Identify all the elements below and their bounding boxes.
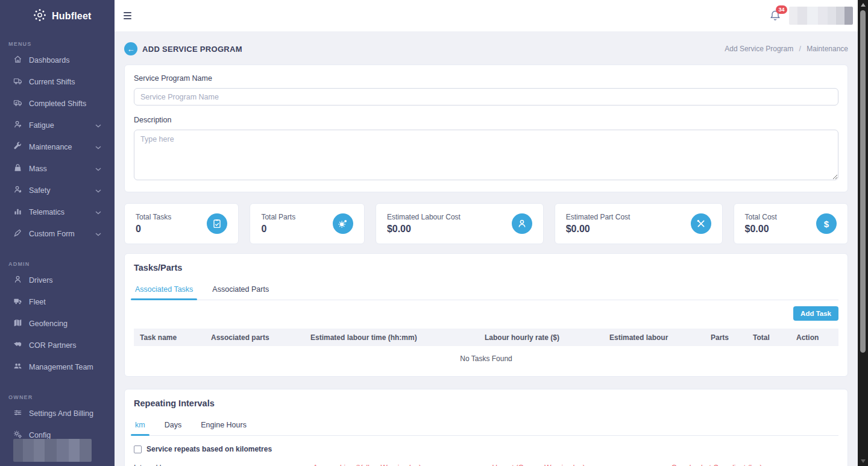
sidebar-item-management-team[interactable]: Management Team: [0, 356, 115, 378]
column-action: Action: [796, 333, 838, 342]
sidebar-item-mass[interactable]: Mass: [0, 158, 115, 180]
form-icon: [13, 228, 22, 239]
stat-value: $0.00: [745, 224, 777, 235]
stat-label: Total Parts: [261, 213, 295, 221]
sidebar-item-label: Fleet: [29, 298, 46, 306]
sidebar-item-label: Drivers: [29, 276, 53, 285]
repeating-intervals-card: Repeating Intervals km Days Engine Hours…: [124, 389, 848, 466]
map-icon: [13, 318, 22, 329]
column-associated-parts: Associated parts: [211, 333, 310, 342]
repeating-intervals-title: Repeating Intervals: [134, 398, 838, 408]
vertical-scrollbar[interactable]: [858, 0, 868, 466]
empty-state-text: No Tasks Found: [134, 346, 838, 363]
sidebar-item-label: Settings And Billing: [29, 409, 93, 418]
service-repeats-label: Service repeats based on kilometres: [146, 445, 272, 453]
stat-label: Estimated Part Cost: [566, 213, 631, 221]
person-icon: [13, 120, 22, 131]
tab-engine-hours[interactable]: Engine Hours: [200, 416, 248, 435]
service-program-name-input[interactable]: [134, 88, 838, 105]
stat-value: $0.00: [387, 224, 461, 235]
chevron-down-icon: [95, 186, 101, 195]
chevron-down-icon: [95, 165, 101, 173]
sidebar-item-label: Fatigue: [29, 121, 54, 130]
tab-days[interactable]: Days: [163, 416, 183, 435]
tasks-parts-tabs: Associated Tasks Associated Parts: [134, 280, 838, 300]
truck-icon: [13, 297, 22, 307]
sidebar-item-maintenance[interactable]: Maintenance: [0, 136, 115, 158]
sidebar-item-label: Config: [29, 431, 51, 439]
notification-badge: 34: [776, 5, 787, 14]
person-icon: [512, 213, 532, 234]
sidebar-item-custom-form[interactable]: Custom Form: [0, 223, 115, 245]
description-textarea[interactable]: [134, 130, 838, 180]
sidebar-item-cor-partners[interactable]: COR Partners: [0, 335, 115, 356]
chevron-down-icon: [95, 230, 101, 238]
app-title: Hubfleet: [52, 11, 92, 22]
sidebar-item-dashboards[interactable]: Dashboards: [0, 49, 115, 71]
sidebar-item-fleet[interactable]: Fleet: [0, 291, 115, 313]
add-task-button[interactable]: Add Task: [793, 306, 838, 321]
tasks-parts-title: Tasks/Parts: [134, 263, 838, 272]
page-title: ADD SERVICE PROGRAM: [142, 45, 242, 54]
sidebar-item-label: Dashboards: [29, 56, 69, 65]
stat-card-estimated-labour-cost: Estimated Labour Cost $0.00: [376, 203, 544, 244]
notifications-button[interactable]: 34: [769, 10, 781, 22]
stat-card-estimated-part-cost: Estimated Part Cost $0.00: [555, 203, 723, 244]
scroll-up-arrow-icon[interactable]: [861, 3, 866, 7]
stat-value: 0: [136, 224, 171, 235]
tab-associated-parts[interactable]: Associated Parts: [211, 280, 270, 300]
interval-tabs: km Days Engine Hours: [134, 416, 838, 436]
service-program-name-label: Service Program Name: [134, 74, 838, 83]
sidebar-item-current-shifts[interactable]: Current Shifts: [0, 71, 115, 93]
sidebar-item-telematics[interactable]: Telematics: [0, 201, 115, 223]
description-label: Description: [134, 116, 838, 124]
back-button[interactable]: ←: [124, 42, 137, 55]
back-arrow-icon: ←: [127, 45, 135, 54]
column-total: Total: [753, 333, 796, 342]
breadcrumb-separator: /: [799, 45, 801, 53]
interval-km-label: Interval km: [134, 464, 301, 466]
truck-check-icon: [13, 98, 22, 109]
scrollbar-thumb[interactable]: [860, 10, 866, 353]
stats-row: Total Tasks 0 Total Parts 0 Estimated La…: [124, 203, 848, 244]
user-profile-redacted[interactable]: [789, 7, 853, 25]
sidebar-item-fatigue[interactable]: Fatigue: [0, 115, 115, 136]
tab-associated-tasks[interactable]: Associated Tasks: [134, 280, 194, 300]
sidebar-section-menus: MENUS: [0, 41, 115, 47]
column-task-name: Task name: [140, 333, 211, 342]
truck-icon: [13, 77, 22, 87]
hamburger-menu-icon[interactable]: [121, 10, 134, 22]
top-header: 34: [115, 0, 858, 31]
sidebar-item-safety[interactable]: Safety: [0, 180, 115, 201]
tab-km[interactable]: km: [134, 416, 146, 435]
user-icon: [13, 275, 22, 286]
app-logo[interactable]: Hubfleet: [0, 0, 115, 25]
page-head: ← ADD SERVICE PROGRAM Add Service Progra…: [124, 41, 848, 57]
sidebar-item-geofencing[interactable]: Geofencing: [0, 313, 115, 335]
service-repeats-checkbox[interactable]: [134, 446, 142, 453]
tools-icon: [691, 213, 711, 234]
approaching-warning-label: Approaching (Yellow Warning km): [313, 464, 480, 466]
breadcrumb-add-service-program[interactable]: Add Service Program: [725, 45, 793, 53]
sidebar-section-admin: ADMIN: [0, 261, 115, 267]
wrench-icon: [13, 142, 22, 153]
sidebar-item-label: Custom Form: [29, 230, 75, 238]
sidebar-item-label: Geofencing: [29, 320, 68, 328]
sidebar-item-completed-shifts[interactable]: Completed Shifts: [0, 93, 115, 115]
sidebar-item-settings-billing[interactable]: Settings And Billing: [0, 403, 115, 424]
sidebar-item-label: Completed Shifts: [29, 99, 86, 108]
breadcrumb-maintenance[interactable]: Maintenance: [807, 45, 848, 53]
bag-icon: [13, 163, 22, 174]
stat-label: Total Tasks: [136, 213, 171, 221]
stat-card-total-tasks: Total Tasks 0: [124, 203, 239, 244]
main-column: 34 ← ADD SERVICE PROGRAM Add Service Pro…: [115, 0, 858, 466]
tasks-parts-card: Tasks/Parts Associated Tasks Associated …: [124, 253, 848, 377]
sidebar-item-drivers[interactable]: Drivers: [0, 269, 115, 291]
sidebar-item-label: Maintenance: [29, 143, 72, 151]
stat-label: Estimated Labour Cost: [387, 213, 461, 221]
scroll-down-arrow-icon[interactable]: [861, 459, 866, 463]
sidebar-item-label: Mass: [29, 165, 47, 173]
hubfleet-flower-icon: [33, 8, 47, 25]
sidebar-item-label: Management Team: [29, 363, 93, 371]
sidebar-item-label: Safety: [29, 186, 50, 195]
